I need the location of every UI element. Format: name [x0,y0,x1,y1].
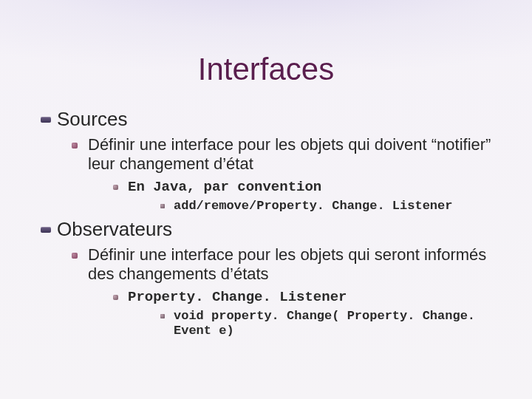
slide: Interfaces Sources Définir une interface… [0,0,532,399]
subpoint: En Java, par convention add/remove/Prope… [113,179,491,214]
subpoint-text: En Java, par convention [128,179,321,195]
outline-level-2: Définir une interface pour les objets qu… [57,245,491,338]
outline-level-3: Property. Change. Listener void property… [88,289,491,339]
point: Définir une interface pour les objets qu… [72,135,491,214]
subsubpoint-text: void property. Change( Property. Change.… [174,309,475,338]
subsubpoint: add/remove/Property. Change. Listener [160,199,491,214]
outline-level-4: void property. Change( Property. Change.… [128,309,491,339]
outline-level-4: add/remove/Property. Change. Listener [128,199,491,214]
outline-level-3: En Java, par convention add/remove/Prope… [88,179,491,214]
point-text: Définir une interface pour les objets qu… [88,135,491,173]
slide-title: Interfaces [0,52,532,87]
heading-text: Sources [57,108,127,130]
subpoint: Property. Change. Listener void property… [113,289,491,339]
heading-observateurs: Observateurs Définir une interface pour … [41,218,491,338]
subpoint-text: Property. Change. Listener [128,289,347,305]
point: Définir une interface pour les objets qu… [72,245,491,338]
outline-level-1: Sources Définir une interface pour les o… [41,108,491,338]
slide-body: Sources Définir une interface pour les o… [41,103,491,341]
subsubpoint: void property. Change( Property. Change.… [160,309,491,339]
heading-sources: Sources Définir une interface pour les o… [41,108,491,214]
subsubpoint-text: add/remove/Property. Change. Listener [174,199,452,213]
outline-level-2: Définir une interface pour les objets qu… [57,135,491,214]
heading-text: Observateurs [57,218,172,240]
point-text: Définir une interface pour les objets qu… [88,245,486,283]
